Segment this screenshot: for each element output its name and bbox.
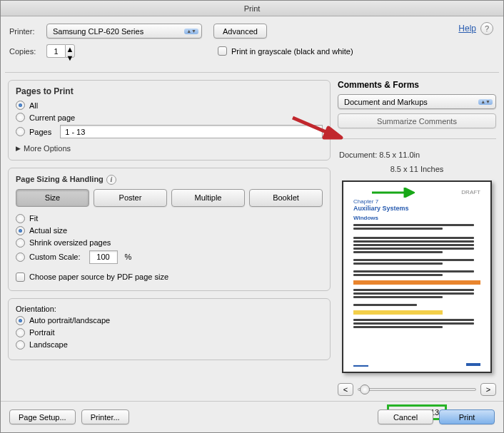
- help-link[interactable]: Help: [458, 24, 476, 34]
- annotation-green-arrow: [372, 188, 415, 198]
- chevron-right-icon: >: [486, 385, 490, 394]
- more-options-toggle[interactable]: ▶More Options: [16, 144, 71, 153]
- radio-icon: [16, 328, 25, 337]
- radio-custom-scale[interactable]: Custom Scale: %: [16, 250, 323, 264]
- page-slider[interactable]: [358, 388, 476, 391]
- window-title: Print: [244, 4, 261, 13]
- copies-input[interactable]: [46, 44, 65, 58]
- content-area: Pages to Print All Current page Pages ▶M…: [1, 73, 503, 423]
- orientation-panel: Orientation: Auto portrait/landscape Por…: [8, 298, 331, 360]
- grayscale-checkbox[interactable]: Print in grayscale (black and white): [218, 46, 353, 56]
- preview-nav: < >: [338, 383, 496, 396]
- orientation-title: Orientation:: [16, 305, 323, 313]
- tab-size[interactable]: Size: [16, 189, 89, 207]
- info-icon[interactable]: i: [106, 175, 116, 185]
- grayscale-label: Print in grayscale (black and white): [231, 47, 353, 56]
- preview-heading: Auxiliary Systems: [353, 205, 480, 212]
- radio-icon: [16, 316, 25, 325]
- printer-value: Samsung CLP-620 Series: [53, 27, 143, 36]
- checkbox-icon: [16, 272, 25, 282]
- radio-landscape[interactable]: Landscape: [16, 340, 323, 350]
- radio-icon: [16, 253, 25, 262]
- chevron-left-icon: <: [343, 385, 348, 394]
- slider-thumb[interactable]: [360, 384, 370, 394]
- summarize-comments-button[interactable]: Summarize Comments: [338, 113, 496, 128]
- radio-icon: [16, 101, 25, 110]
- sizing-title: Page Sizing & Handlingi: [16, 174, 323, 185]
- radio-icon: [16, 340, 25, 350]
- radio-shrink[interactable]: Shrink oversized pages: [16, 238, 323, 248]
- next-page-button[interactable]: >: [480, 383, 496, 396]
- print-dialog: Print Help ? Printer: Samsung CLP-620 Se…: [0, 0, 504, 433]
- updown-icon: ▲▼: [478, 99, 493, 105]
- radio-current[interactable]: Current page: [16, 113, 323, 122]
- cancel-button[interactable]: Cancel: [378, 409, 433, 424]
- titlebar: Print: [1, 1, 503, 16]
- radio-icon: [16, 113, 25, 122]
- radio-all[interactable]: All: [16, 101, 323, 110]
- advanced-button[interactable]: Advanced: [213, 24, 267, 39]
- radio-pages[interactable]: Pages: [16, 125, 323, 138]
- triangle-right-icon: ▶: [16, 145, 21, 152]
- comments-section: Comments & Forms Document and Markups ▲▼…: [338, 80, 496, 128]
- page-setup-button[interactable]: Page Setup...: [9, 409, 76, 424]
- print-button[interactable]: Print: [439, 409, 495, 424]
- prev-page-button[interactable]: <: [338, 383, 353, 396]
- preview-subhead: Windows: [353, 215, 480, 221]
- radio-actual[interactable]: Actual size: [16, 226, 323, 235]
- sizing-tabs: Size Poster Multiple Booklet: [16, 189, 323, 207]
- printer-button[interactable]: Printer...: [81, 409, 129, 424]
- updown-icon: ▲▼: [184, 29, 198, 34]
- radio-icon: [16, 127, 25, 136]
- radio-fit[interactable]: Fit: [16, 214, 323, 223]
- pages-title: Pages to Print: [16, 86, 323, 96]
- scale-input[interactable]: [89, 250, 118, 264]
- comments-select[interactable]: Document and Markups ▲▼: [338, 94, 496, 109]
- preview-chapter: Chapter 7: [353, 198, 480, 205]
- radio-auto-orient[interactable]: Auto portrait/landscape: [16, 316, 323, 325]
- radio-icon: [16, 214, 25, 223]
- bottom-bar: Page Setup... Printer... Cancel Print: [1, 401, 503, 432]
- annotation-red-arrow: [290, 115, 347, 141]
- printer-select[interactable]: Samsung CLP-620 Series ▲▼: [46, 24, 202, 39]
- paper-dimensions: 8.5 x 11 Inches: [338, 165, 496, 173]
- tab-booklet[interactable]: Booklet: [249, 189, 323, 207]
- sizing-panel: Page Sizing & Handlingi Size Poster Mult…: [8, 168, 331, 291]
- radio-icon: [16, 238, 25, 248]
- printer-label: Printer:: [9, 27, 46, 36]
- preview-footer: ▬▬▬: [353, 362, 368, 367]
- pages-range-input[interactable]: [60, 125, 323, 138]
- paper-source-checkbox[interactable]: Choose paper source by PDF page size: [16, 272, 168, 282]
- help-area: Help ?: [458, 22, 493, 35]
- document-dimensions: Document: 8.5 x 11.0in: [339, 151, 496, 159]
- help-icon[interactable]: ?: [480, 22, 493, 35]
- copies-label: Copies:: [9, 47, 46, 56]
- stepper-arrows-icon[interactable]: ▲▼: [65, 44, 75, 58]
- radio-portrait[interactable]: Portrait: [16, 328, 323, 337]
- checkbox-icon: [218, 46, 227, 56]
- radio-icon: [16, 226, 25, 235]
- pages-panel: Pages to Print All Current page Pages ▶M…: [8, 80, 331, 161]
- tab-poster[interactable]: Poster: [94, 189, 167, 207]
- top-section: Printer: Samsung CLP-620 Series ▲▼ Advan…: [1, 16, 503, 69]
- page-preview: DRAFT Chapter 7 Auxiliary Systems Window…: [342, 180, 492, 373]
- tab-multiple[interactable]: Multiple: [171, 189, 245, 207]
- copies-stepper[interactable]: ▲▼: [46, 44, 75, 58]
- comments-title: Comments & Forms: [338, 80, 496, 90]
